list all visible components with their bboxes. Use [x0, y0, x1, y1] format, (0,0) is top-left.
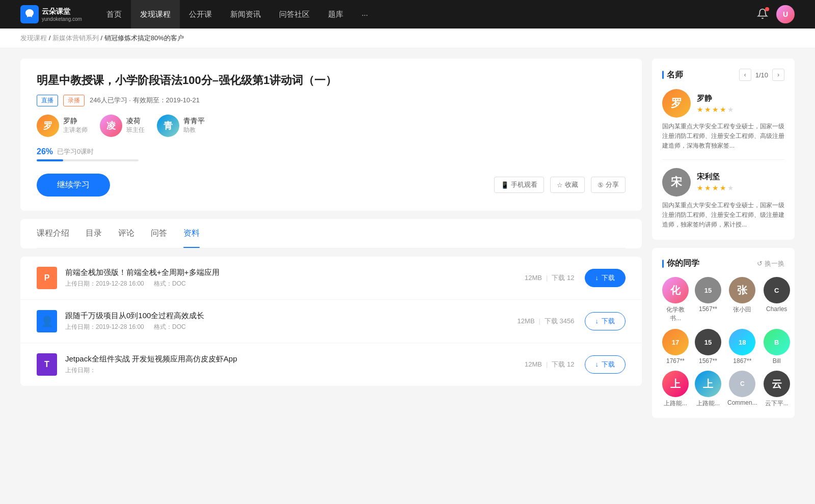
nav-discover[interactable]: 发现课程 [131, 0, 180, 29]
classmate-3-name: 张小田 [733, 305, 751, 314]
main-content: 明星中教授课，小学阶段语法100分–强化级第1讲动词（一） 直播 录播 246人… [20, 59, 642, 426]
classmate-11[interactable]: C Commen... [727, 371, 757, 408]
collect-button[interactable]: ☆ 收藏 [550, 177, 585, 193]
classmate-1[interactable]: 化 化学教书... [662, 277, 689, 323]
file-icon-3: T [37, 353, 57, 376]
classmate-12-name: 云下平... [765, 399, 789, 408]
teacher-2-avatar: 凌 [100, 115, 122, 137]
course-card: 明星中教授课，小学阶段语法100分–强化级第1讲动词（一） 直播 录播 246人… [20, 59, 642, 211]
teachers: 罗 罗静 主讲老师 凌 凌荷 班主任 青 青青平 [37, 115, 626, 137]
classmate-2[interactable]: 15 1567** [695, 277, 721, 323]
logo[interactable]: 云朵课堂 yundoketang.com [20, 5, 82, 23]
tab-intro[interactable]: 课程介绍 [37, 219, 69, 248]
classmate-8-avatar: B [764, 329, 790, 355]
teachers-sidebar-title: 名师 [662, 70, 683, 80]
classmates-sidebar-title: 你的同学 [662, 258, 699, 269]
file-icon-1: P [37, 267, 57, 289]
teacher-1: 罗 罗静 主讲老师 [37, 115, 88, 137]
tab-comment[interactable]: 评论 [118, 219, 134, 248]
download-btn-3[interactable]: ↓ 下载 [585, 355, 626, 374]
nav-more[interactable]: ··· [352, 0, 377, 29]
course-meta-text: 246人已学习 · 有效期至：2019-10-21 [90, 96, 200, 105]
nav-news[interactable]: 新闻资讯 [221, 0, 270, 29]
teacher-2: 凌 凌荷 班主任 [100, 115, 145, 137]
classmate-12[interactable]: 云 云下平... [764, 371, 790, 408]
breadcrumb-discover[interactable]: 发现课程 [20, 34, 47, 42]
teachers-sidebar-card: 名师 ‹ 1/10 › 罗 罗静 ★ ★ ★ [652, 59, 795, 240]
classmate-2-avatar: 15 [695, 277, 721, 303]
nav-right: U [757, 5, 795, 23]
classmate-1-name: 化学教书... [662, 305, 689, 323]
sidebar-teacher-1-avatar: 罗 [662, 89, 691, 118]
teacher-3-role: 助教 [183, 126, 205, 134]
download-icon-3: ↓ [595, 360, 599, 368]
tab-qa[interactable]: 问答 [151, 219, 167, 248]
nav-quiz[interactable]: 题库 [319, 0, 352, 29]
file-info-1: 前端全栈加强版！前端全栈+全周期+多端应用 上传日期：2019-12-28 16… [65, 268, 525, 288]
mobile-view-button[interactable]: 📱 手机观看 [494, 177, 544, 193]
teachers-next-button[interactable]: › [772, 69, 784, 81]
teacher-2-role: 班主任 [126, 126, 145, 134]
refresh-button[interactable]: ↺ 换一换 [757, 259, 784, 268]
course-meta: 直播 录播 246人已学习 · 有效期至：2019-10-21 [37, 95, 626, 106]
classmate-12-avatar: 云 [764, 371, 790, 397]
course-actions: 继续学习 📱 手机观看 ☆ 收藏 ⑤ 分享 [37, 174, 626, 197]
refresh-icon: ↺ [757, 260, 763, 267]
nav-public[interactable]: 公开课 [180, 0, 221, 29]
file-stats-1: 12MB | 下载 12 [525, 273, 574, 283]
tab-catalog[interactable]: 目录 [86, 219, 102, 248]
classmate-3-avatar: 张 [729, 277, 755, 303]
file-info-2: 跟随千万级项目从0到100全过程高效成长 上传日期：2019-12-28 16:… [65, 311, 518, 331]
nav-qa[interactable]: 问答社区 [270, 0, 319, 29]
breadcrumb: 发现课程 / 新媒体营销系列 / 销冠修炼术搞定80%的客户 [0, 29, 815, 48]
classmate-7-avatar: 18 [729, 329, 755, 355]
file-stats-3: 12MB | 下载 12 [525, 360, 574, 369]
mobile-icon: 📱 [501, 181, 509, 189]
classmate-6-name: 1567** [699, 357, 717, 365]
classmate-10-avatar: 上 [695, 371, 721, 397]
classmate-3[interactable]: 张 张小田 [727, 277, 757, 323]
file-name-1: 前端全栈加强版！前端全栈+全周期+多端应用 [65, 268, 525, 277]
notification-bell[interactable] [757, 8, 768, 21]
download-btn-1[interactable]: ↓ 下载 [585, 269, 626, 287]
classmate-8[interactable]: B Bill [764, 329, 790, 365]
teacher-1-role: 主讲老师 [63, 126, 88, 134]
navigation: 云朵课堂 yundoketang.com 首页 发现课程 公开课 新闻资讯 问答… [0, 0, 815, 29]
classmate-10[interactable]: 上 上路能... [695, 371, 721, 408]
classmate-6-avatar: 15 [695, 329, 721, 355]
badge-live: 直播 [37, 95, 58, 106]
classmate-9[interactable]: 上 上路能... [662, 371, 689, 408]
classmate-4-avatar: C [764, 277, 790, 303]
classmate-10-name: 上路能... [696, 399, 720, 408]
user-avatar[interactable]: U [776, 5, 795, 23]
classmate-5[interactable]: 17 1767** [662, 329, 689, 365]
progress-bar-fill [37, 159, 63, 161]
classmate-6[interactable]: 15 1567** [695, 329, 721, 365]
logo-text: 云朵课堂 yundoketang.com [42, 7, 82, 22]
nav-items: 首页 发现课程 公开课 新闻资讯 问答社区 题库 ··· [97, 0, 757, 29]
share-button[interactable]: ⑤ 分享 [591, 177, 626, 193]
classmates-grid: 化 化学教书... 15 1567** 张 张小田 C Charles 17 [662, 277, 784, 408]
download-btn-2[interactable]: ↓ 下载 [585, 312, 626, 330]
teachers-sidebar-nav: ‹ 1/10 › [739, 69, 784, 81]
breadcrumb-series[interactable]: 新媒体营销系列 [52, 34, 99, 42]
classmate-9-name: 上路能... [664, 399, 687, 408]
tab-resource[interactable]: 资料 [183, 219, 200, 248]
classmates-sidebar-card: 你的同学 ↺ 换一换 化 化学教书... 15 1567** 张 张小田 [652, 248, 795, 418]
classmate-11-avatar: C [729, 371, 755, 397]
classmate-7[interactable]: 18 1867** [727, 329, 757, 365]
file-meta-3: 上传日期： [65, 366, 525, 375]
sidebar-teacher-1-name: 罗静 [697, 94, 734, 103]
classmate-4[interactable]: C Charles [764, 277, 790, 323]
teacher-2-name: 凌荷 [126, 117, 145, 126]
file-info-3: Jetpack全组件实战 开发短视频应用高仿皮皮虾App 上传日期： [65, 354, 525, 375]
teachers-sidebar-header: 名师 ‹ 1/10 › [662, 69, 784, 81]
classmate-7-name: 1867** [733, 357, 751, 365]
teachers-prev-button[interactable]: ‹ [739, 69, 751, 81]
continue-learning-button[interactable]: 继续学习 [37, 174, 110, 197]
classmate-5-avatar: 17 [662, 329, 689, 355]
file-item-2: 👤 跟随千万级项目从0到100全过程高效成长 上传日期：2019-12-28 1… [20, 300, 642, 343]
classmates-sidebar-header: 你的同学 ↺ 换一换 [662, 258, 784, 269]
sidebar-teacher-2-avatar: 宋 [662, 168, 691, 197]
nav-home[interactable]: 首页 [97, 0, 131, 29]
